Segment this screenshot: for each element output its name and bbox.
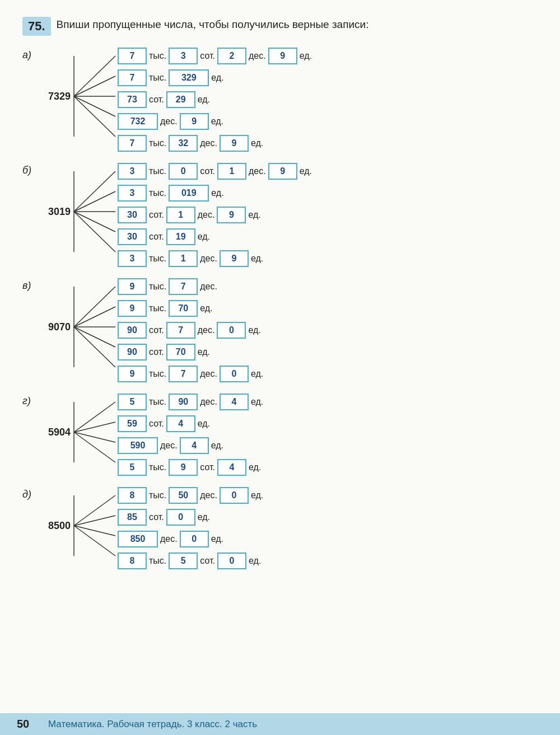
- unit-text-d-0-4: ед.: [251, 490, 263, 500]
- value-box-b-0-1[interactable]: 0: [169, 163, 198, 180]
- value-box-v-1-1[interactable]: 70: [169, 300, 198, 317]
- value-box-a-0-5[interactable]: 9: [268, 48, 297, 64]
- value-box-d-2-1[interactable]: 0: [180, 531, 209, 547]
- unit-text-b-1-2: ед.: [211, 188, 223, 198]
- expr-row-v-4: 9тыс.7дес.0ед.: [118, 364, 264, 384]
- svg-line-7: [74, 191, 115, 212]
- unit-text-b-1-0: тыс.: [149, 188, 166, 198]
- input-box-v-0-0[interactable]: 9: [118, 278, 147, 295]
- value-box-d-3-3[interactable]: 0: [217, 553, 246, 569]
- unit-text-d-3-0: тыс.: [149, 556, 166, 566]
- input-box-v-1-0[interactable]: 9: [118, 300, 147, 317]
- unit-text-b-0-4: дес.: [249, 166, 266, 176]
- unit-text-d-1-0: сот.: [149, 512, 164, 522]
- expr-row-g-2: 590дес.4ед.: [118, 436, 264, 456]
- value-box-a-3-1[interactable]: 9: [180, 113, 209, 130]
- value-box-a-1-1[interactable]: 329: [169, 69, 209, 86]
- value-box-g-3-1[interactable]: 9: [169, 459, 198, 476]
- footer: 50 Математика. Рабочая тетрадь. 3 класс.…: [0, 713, 560, 735]
- branch-lines-v: [72, 277, 116, 377]
- section-a: а)73297тыс.3сот.2дес.9ед.7тыс.329ед.73со…: [22, 46, 538, 153]
- input-box-v-2-0[interactable]: 90: [118, 322, 147, 339]
- expr-row-d-0: 8тыс.50дес.0ед.: [118, 485, 264, 505]
- value-box-a-4-1[interactable]: 32: [169, 135, 198, 152]
- expr-row-d-2: 850дес.0ед.: [118, 529, 264, 549]
- value-box-v-0-1[interactable]: 7: [169, 278, 198, 295]
- value-box-b-3-1[interactable]: 19: [166, 228, 195, 245]
- unit-text-b-3-2: ед.: [198, 232, 210, 242]
- value-box-g-0-3[interactable]: 4: [220, 394, 249, 410]
- value-box-b-1-1[interactable]: 019: [169, 185, 209, 202]
- value-box-g-1-1[interactable]: 4: [166, 415, 195, 432]
- input-box-b-1-0[interactable]: 3: [118, 185, 147, 202]
- value-box-v-4-1[interactable]: 7: [169, 366, 198, 382]
- unit-text-a-2-2: ед.: [198, 95, 210, 105]
- value-box-g-2-1[interactable]: 4: [180, 437, 209, 454]
- input-box-d-1-0[interactable]: 85: [118, 509, 147, 526]
- value-box-d-0-3[interactable]: 0: [220, 487, 249, 504]
- value-box-g-0-1[interactable]: 90: [169, 394, 198, 410]
- input-box-a-4-0[interactable]: 7: [118, 135, 147, 152]
- value-box-v-4-3[interactable]: 0: [220, 366, 249, 382]
- input-box-a-1-0[interactable]: 7: [118, 69, 147, 86]
- branch-container-v: 9070: [43, 277, 116, 377]
- svg-line-9: [74, 212, 115, 232]
- input-box-a-3-0[interactable]: 732: [118, 113, 158, 130]
- unit-text-b-2-4: ед.: [248, 210, 260, 220]
- input-box-b-4-0[interactable]: 3: [118, 250, 147, 267]
- expr-row-b-4: 3тыс.1дес.9ед.: [118, 249, 312, 269]
- unit-text-v-4-4: ед.: [251, 369, 263, 379]
- value-box-d-0-1[interactable]: 50: [169, 487, 198, 504]
- unit-text-v-3-0: сот.: [149, 347, 164, 357]
- unit-text-d-0-2: дес.: [200, 490, 217, 500]
- input-box-a-2-0[interactable]: 73: [118, 91, 147, 108]
- input-box-d-3-0[interactable]: 8: [118, 553, 147, 569]
- value-box-a-0-3[interactable]: 2: [217, 48, 246, 64]
- unit-text-b-0-0: тыс.: [149, 166, 166, 176]
- value-box-d-1-1[interactable]: 0: [166, 509, 195, 526]
- input-box-b-3-0[interactable]: 30: [118, 228, 147, 245]
- input-box-g-1-0[interactable]: 59: [118, 415, 147, 432]
- expr-row-a-3: 732дес.9ед.: [118, 111, 312, 132]
- value-box-v-2-1[interactable]: 7: [166, 322, 195, 339]
- unit-text-g-3-4: ед.: [249, 462, 261, 472]
- unit-text-v-2-4: ед.: [248, 325, 260, 335]
- value-box-d-3-1[interactable]: 5: [169, 553, 198, 569]
- value-box-b-4-3[interactable]: 9: [220, 250, 249, 267]
- input-box-v-3-0[interactable]: 90: [118, 344, 147, 361]
- value-box-g-3-3[interactable]: 4: [217, 459, 246, 476]
- unit-text-a-3-0: дес.: [160, 116, 178, 127]
- unit-text-v-0-2: дес.: [200, 282, 217, 292]
- input-box-b-2-0[interactable]: 30: [118, 207, 147, 223]
- input-box-g-0-0[interactable]: 5: [118, 394, 147, 410]
- section-label-v: в): [22, 280, 43, 292]
- value-box-b-2-1[interactable]: 1: [166, 207, 195, 223]
- input-box-d-0-0[interactable]: 8: [118, 487, 147, 504]
- value-box-b-2-3[interactable]: 9: [217, 207, 246, 223]
- branch-container-g: 5904: [43, 392, 116, 472]
- value-box-b-4-1[interactable]: 1: [169, 250, 198, 267]
- input-box-v-4-0[interactable]: 9: [118, 366, 147, 382]
- unit-text-v-3-2: ед.: [198, 347, 210, 357]
- expr-row-d-1: 85сот.0ед.: [118, 507, 264, 527]
- input-box-g-2-0[interactable]: 590: [118, 437, 158, 454]
- value-box-a-4-3[interactable]: 9: [220, 135, 249, 152]
- unit-text-b-4-2: дес.: [200, 254, 217, 264]
- value-box-v-2-3[interactable]: 0: [217, 322, 246, 339]
- value-box-b-0-5[interactable]: 9: [268, 163, 297, 180]
- unit-text-v-1-0: тыс.: [149, 303, 166, 313]
- value-box-a-2-1[interactable]: 29: [166, 91, 195, 108]
- unit-text-d-1-2: ед.: [198, 512, 210, 522]
- task-number: 75.: [22, 17, 51, 36]
- input-box-d-2-0[interactable]: 850: [118, 531, 158, 547]
- value-box-b-0-3[interactable]: 1: [217, 163, 246, 180]
- value-box-a-0-1[interactable]: 3: [169, 48, 198, 64]
- input-box-g-3-0[interactable]: 5: [118, 459, 147, 476]
- unit-text-b-4-0: тыс.: [149, 254, 166, 264]
- expr-row-g-3: 5тыс.9сот.4ед.: [118, 457, 264, 477]
- input-box-a-0-0[interactable]: 7: [118, 48, 147, 64]
- input-box-b-0-0[interactable]: 3: [118, 163, 147, 180]
- value-box-v-3-1[interactable]: 70: [166, 344, 195, 361]
- unit-text-b-4-4: ед.: [251, 254, 263, 264]
- rows-area-v: 9тыс.7дес.9тыс.70ед.90сот.7дес.0ед.90сот…: [118, 277, 264, 384]
